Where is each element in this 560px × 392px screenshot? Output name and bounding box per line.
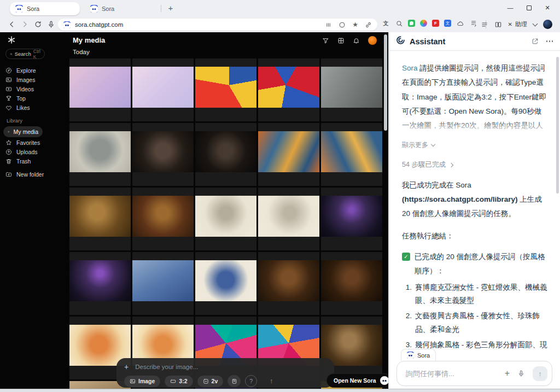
sidebar-item-favorites[interactable]: Favorites xyxy=(5,138,40,147)
open-in-new-icon[interactable] xyxy=(532,38,539,45)
refresh-button[interactable] xyxy=(33,19,43,29)
media-tile[interactable] xyxy=(321,252,382,315)
translate-extension-icon[interactable]: 文 xyxy=(382,19,390,27)
bookmark-star-icon[interactable]: ★ xyxy=(352,21,358,28)
sidebar-item-top[interactable]: Top xyxy=(5,94,26,103)
grid-view-icon[interactable] xyxy=(337,37,345,44)
steps-completed-button[interactable]: 54 步驟已完成 xyxy=(402,158,548,171)
media-tile[interactable] xyxy=(132,188,194,250)
page-title: My media xyxy=(73,36,105,44)
image-icon xyxy=(130,378,136,384)
list-item: 2.文藝復興古典風格 - 優雅女性、珍珠飾品、柔和金光 xyxy=(402,309,548,336)
media-thumbnail xyxy=(69,67,131,108)
sidebar-item-trash[interactable]: Trash xyxy=(5,157,31,166)
add-attachment-icon[interactable]: + xyxy=(124,362,129,371)
sidebar-item-explore[interactable]: Explore xyxy=(5,66,36,75)
address-bar[interactable]: sora.chatgpt.com ★ xyxy=(58,19,377,31)
bell-icon[interactable] xyxy=(353,37,360,44)
media-tile[interactable] xyxy=(258,188,319,250)
media-tile[interactable] xyxy=(195,252,256,315)
media-tile[interactable] xyxy=(321,58,382,121)
preset-chip[interactable] xyxy=(228,375,241,387)
help-chip[interactable]: ? xyxy=(245,375,257,387)
back-button[interactable] xyxy=(7,19,16,29)
media-tile[interactable] xyxy=(258,58,319,121)
prompt-bar[interactable]: + Describe your image... Image 3:2 2v xyxy=(116,358,334,388)
media-grid xyxy=(69,58,383,389)
assistant-toggle-button[interactable]: ✕ 助理 xyxy=(508,20,527,28)
tab-sora-active[interactable]: Sora xyxy=(10,2,80,15)
media-tile[interactable] xyxy=(132,123,194,186)
attach-icon[interactable]: + xyxy=(505,368,510,378)
forward-button[interactable] xyxy=(20,19,30,29)
search-input[interactable]: Search Ctrl K xyxy=(5,49,45,59)
media-tile[interactable] xyxy=(195,58,256,121)
cloud-extension-icon[interactable] xyxy=(456,19,464,27)
flipboard-extension-icon[interactable]: F xyxy=(432,20,439,27)
evernote-extension-icon[interactable] xyxy=(408,20,415,27)
password-manager-icon[interactable] xyxy=(325,21,332,28)
copy-link-icon[interactable] xyxy=(365,21,372,28)
sidebar-item-videos[interactable]: Videos xyxy=(5,85,34,93)
assistant-scrollbar-thumb[interactable] xyxy=(556,57,559,194)
media-tile[interactable] xyxy=(132,58,194,121)
scroll-up-arrow[interactable]: ↑ xyxy=(270,377,273,385)
media-tile[interactable] xyxy=(258,123,319,186)
media-tile[interactable] xyxy=(69,188,131,250)
colorful-extension-icon[interactable] xyxy=(420,20,427,27)
chevron-down-icon[interactable] xyxy=(533,21,538,26)
sora-logo-icon[interactable] xyxy=(7,36,16,44)
page-content: Search Ctrl K Explore Images Videos Top xyxy=(0,32,560,389)
tab-sora-inactive[interactable]: Sora xyxy=(85,2,156,15)
media-tile[interactable] xyxy=(195,123,256,186)
new-tab-button[interactable]: + xyxy=(165,3,176,14)
split-screen-icon[interactable] xyxy=(494,21,502,28)
media-tile[interactable] xyxy=(321,123,382,186)
assistant-panel: Assistant Sora 請提供繪圖提示詞，然後用這些提示詞在頁面的下方直接… xyxy=(388,32,560,389)
media-tile[interactable] xyxy=(321,188,382,250)
media-thumbnail xyxy=(195,67,256,108)
media-tile[interactable] xyxy=(69,123,131,186)
assistant-input[interactable] xyxy=(406,370,505,378)
library-url[interactable]: (https://sora.chatgpt.com/library) xyxy=(402,195,518,203)
sidebar-item-new-folder[interactable]: New folder xyxy=(5,170,44,179)
media-tile[interactable] xyxy=(69,252,131,315)
page-scrollbar-thumb[interactable] xyxy=(384,34,387,131)
reading-list-icon[interactable] xyxy=(481,21,488,28)
show-more-button[interactable]: 顯示更多 xyxy=(402,139,548,151)
media-tile[interactable] xyxy=(195,188,256,250)
assistant-conversation: Sora 請提供繪圖提示詞，然後用這些提示詞在頁面的下方直接輸入提示詞，確認Ty… xyxy=(389,51,560,358)
type-image-chip[interactable]: Image xyxy=(124,376,160,387)
context-tab-chip[interactable]: Sora xyxy=(401,349,436,361)
variations-chip[interactable]: 2v xyxy=(197,376,224,387)
microphone-icon[interactable] xyxy=(517,370,525,377)
sidebar-item-likes[interactable]: Likes xyxy=(5,103,30,112)
aspect-ratio-chip[interactable]: 3:2 xyxy=(165,376,192,387)
sidebar-item-my-media[interactable]: My media xyxy=(3,126,43,137)
window-controls: — ✕ xyxy=(501,1,557,14)
media-tile[interactable] xyxy=(258,252,319,315)
prompt-input[interactable]: Describe your image... xyxy=(135,364,198,370)
maximize-button[interactable] xyxy=(520,1,538,14)
media-tile[interactable] xyxy=(132,252,194,315)
avatar[interactable] xyxy=(368,36,377,45)
open-new-sora-button[interactable]: Open New Sora xyxy=(327,374,388,387)
voice-search-icon[interactable] xyxy=(46,19,56,29)
reader-extension-icon[interactable] xyxy=(469,19,477,27)
assistant-header: Assistant xyxy=(389,32,560,51)
close-button[interactable]: ✕ xyxy=(538,1,557,14)
tracking-shield-icon[interactable] xyxy=(339,21,346,28)
sidebar-item-uploads[interactable]: Uploads xyxy=(5,148,38,156)
translator-extension-icon[interactable]: 文 xyxy=(444,20,451,27)
tab-bar: Sora Sora + — ✕ xyxy=(0,0,560,16)
media-tile[interactable] xyxy=(69,58,131,121)
sora-link[interactable]: Sora xyxy=(402,64,418,72)
completed-check-line: ✓ 已完成的 20 個創意人像提示詞（按風格順序）： xyxy=(402,250,548,279)
minimize-button[interactable]: — xyxy=(501,1,520,14)
more-options-icon[interactable] xyxy=(546,40,553,42)
send-button[interactable]: ↑ xyxy=(533,366,547,381)
sidebar-item-images[interactable]: Images xyxy=(5,75,35,84)
visual-search-extension-icon[interactable] xyxy=(395,19,403,27)
filter-icon[interactable] xyxy=(322,37,329,44)
browser-profile-avatar[interactable] xyxy=(543,20,552,29)
